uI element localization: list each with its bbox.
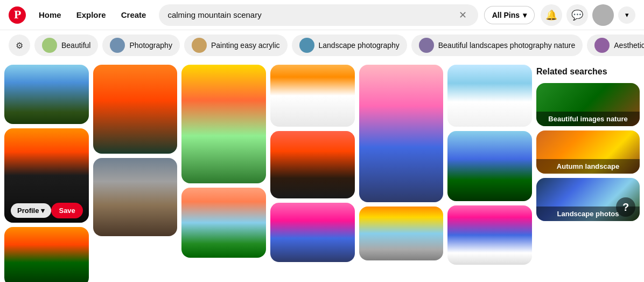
pin-card[interactable] bbox=[270, 131, 355, 198]
messages-button[interactable]: 💬 bbox=[566, 4, 588, 26]
pin-column-5 bbox=[359, 65, 444, 278]
pin-card[interactable] bbox=[93, 65, 178, 154]
notification-button[interactable]: 🔔 bbox=[541, 4, 562, 26]
related-search-label: Beautiful images nature bbox=[536, 112, 640, 126]
related-search-label: Autumn landscape bbox=[536, 159, 640, 174]
pin-card[interactable] bbox=[4, 65, 89, 124]
filter-button[interactable]: ⚙ bbox=[9, 35, 30, 56]
header-icons: 🔔 💬 ▾ bbox=[541, 4, 635, 26]
pin-card[interactable] bbox=[447, 65, 532, 127]
related-search-item[interactable]: Beautiful images nature bbox=[536, 83, 640, 126]
filter-chips: BeautifulPhotographyPainting easy acryli… bbox=[34, 35, 644, 56]
chip-label: Painting easy acrylic bbox=[211, 41, 280, 50]
related-search-item[interactable]: Autumn landscape bbox=[536, 130, 640, 174]
account-chevron-button[interactable]: ▾ bbox=[618, 6, 635, 24]
chip-thumbnail bbox=[419, 38, 434, 53]
nav-explore[interactable]: Explore bbox=[70, 6, 113, 24]
profile-button[interactable]: Profile ▾ bbox=[11, 203, 51, 218]
bell-icon: 🔔 bbox=[545, 9, 557, 21]
chip-label: Aesthetic bbox=[614, 41, 644, 50]
pin-card-with-overlay[interactable]: Profile ▾ Save bbox=[4, 128, 89, 223]
pin-column-6 bbox=[447, 65, 532, 278]
pin-card[interactable] bbox=[93, 158, 178, 236]
chip-thumbnail bbox=[110, 38, 125, 53]
related-searches-sidebar: Related searches Beautiful images nature… bbox=[536, 60, 644, 282]
nav-create[interactable]: Create bbox=[115, 6, 153, 24]
chip-thumbnail bbox=[42, 38, 57, 53]
pin-card[interactable] bbox=[447, 205, 532, 265]
save-button[interactable]: Save bbox=[51, 203, 82, 218]
chevron-down-icon: ▾ bbox=[41, 207, 45, 215]
pin-column-2 bbox=[93, 65, 178, 278]
question-mark-icon: ? bbox=[616, 197, 635, 217]
related-search-item[interactable]: Landscape photos ? bbox=[536, 178, 640, 221]
pin-column-4 bbox=[270, 65, 355, 278]
chip-label: Beautiful bbox=[61, 41, 90, 50]
chip-label: Landscape photography bbox=[319, 41, 400, 50]
search-clear-icon[interactable]: ✕ bbox=[457, 9, 470, 22]
pin-column-1: Profile ▾ Save bbox=[4, 65, 89, 278]
profile-label: Profile bbox=[17, 207, 39, 215]
pin-card[interactable] bbox=[4, 227, 89, 282]
filter-chip-landscape-photography[interactable]: Landscape photography bbox=[292, 35, 407, 56]
search-input[interactable] bbox=[167, 10, 456, 19]
chevron-down-icon: ▾ bbox=[625, 11, 629, 19]
chip-thumbnail bbox=[299, 38, 314, 53]
related-searches-title: Related searches bbox=[536, 65, 640, 79]
pin-card[interactable] bbox=[181, 65, 266, 183]
svg-text:P: P bbox=[14, 8, 21, 21]
filter-chip-painting-easy-acrylic[interactable]: Painting easy acrylic bbox=[184, 35, 288, 56]
filter-chip-beautiful[interactable]: Beautiful bbox=[34, 35, 98, 56]
chip-label: Beautiful landscapes photography nature bbox=[438, 41, 576, 50]
nav-home[interactable]: Home bbox=[32, 6, 68, 24]
pin-column-3 bbox=[181, 65, 266, 278]
chat-icon: 💬 bbox=[571, 9, 583, 21]
pin-card[interactable] bbox=[359, 65, 444, 202]
search-bar: ✕ bbox=[159, 4, 478, 26]
filter-chip-photography[interactable]: Photography bbox=[102, 35, 179, 56]
chevron-down-icon: ▾ bbox=[523, 11, 527, 19]
chip-thumbnail bbox=[192, 38, 207, 53]
header: P Home Explore Create ✕ All Pins ▾ 🔔 💬 ▾ bbox=[0, 0, 644, 30]
pinterest-logo[interactable]: P bbox=[9, 6, 26, 24]
filter-chip-beautiful-landscapes[interactable]: Beautiful landscapes photography nature bbox=[411, 35, 583, 56]
avatar[interactable] bbox=[592, 4, 614, 26]
pin-card[interactable] bbox=[270, 203, 355, 262]
filter-bar: ⚙ BeautifulPhotographyPainting easy acry… bbox=[0, 30, 644, 60]
pin-card[interactable] bbox=[359, 207, 444, 260]
pin-card[interactable] bbox=[447, 131, 532, 201]
pin-overlay: Profile ▾ Save bbox=[4, 198, 89, 223]
chip-label: Photography bbox=[129, 41, 172, 50]
main-nav: Home Explore Create bbox=[32, 6, 152, 24]
filter-icon: ⚙ bbox=[16, 40, 23, 51]
pin-card[interactable] bbox=[181, 188, 266, 258]
chip-thumbnail bbox=[594, 38, 610, 53]
pins-grid: Profile ▾ Save bbox=[0, 60, 536, 282]
filter-chip-aesthetic[interactable]: Aesthetic bbox=[587, 35, 644, 56]
all-pins-button[interactable]: All Pins ▾ bbox=[485, 6, 534, 24]
all-pins-label: All Pins bbox=[492, 11, 520, 19]
main-content: Profile ▾ Save bbox=[0, 60, 644, 282]
pin-card[interactable] bbox=[270, 65, 355, 127]
